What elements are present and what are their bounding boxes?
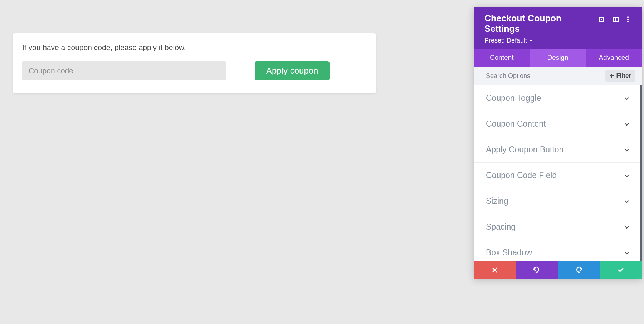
coupon-code-input[interactable]	[22, 61, 226, 80]
coupon-card: If you have a coupon code, please apply …	[13, 33, 376, 93]
svg-point-5	[627, 19, 629, 20]
svg-point-1	[601, 19, 602, 20]
chevron-down-icon	[624, 173, 630, 178]
section-label: Spacing	[486, 222, 516, 232]
chevron-down-icon	[624, 147, 630, 153]
more-menu-icon[interactable]	[627, 16, 633, 23]
chevron-down-icon	[624, 95, 630, 101]
panel-title: Checkout Coupon Settings	[484, 13, 598, 34]
coupon-row: Apply coupon	[22, 61, 367, 80]
section-label: Box Shadow	[486, 248, 532, 257]
undo-icon	[533, 266, 540, 274]
section-label: Apply Coupon Button	[486, 145, 564, 154]
preset-dropdown[interactable]: Preset: Default	[484, 37, 598, 44]
section-sizing[interactable]: Sizing	[474, 188, 640, 214]
coupon-instruction-text: If you have a coupon code, please apply …	[22, 43, 367, 52]
svg-point-4	[627, 16, 629, 18]
chevron-down-icon	[624, 198, 630, 204]
search-options-input[interactable]	[486, 72, 605, 80]
section-coupon-code-field[interactable]: Coupon Code Field	[474, 163, 640, 188]
chevron-down-icon	[624, 224, 630, 230]
panel-header: Checkout Coupon Settings Preset: Default	[474, 7, 642, 49]
undo-button[interactable]	[516, 261, 558, 279]
chevron-down-icon	[624, 250, 630, 256]
section-label: Coupon Content	[486, 119, 546, 129]
close-icon	[492, 267, 498, 273]
section-label: Coupon Toggle	[486, 93, 541, 103]
footer-bar	[474, 261, 642, 279]
tab-content[interactable]: Content	[474, 49, 530, 67]
columns-icon[interactable]	[613, 16, 619, 23]
caret-down-icon	[529, 39, 533, 43]
section-label: Sizing	[486, 196, 508, 206]
section-box-shadow[interactable]: Box Shadow	[474, 240, 640, 261]
tab-advanced[interactable]: Advanced	[586, 49, 642, 67]
settings-panel: Checkout Coupon Settings Preset: Default…	[474, 7, 642, 279]
cancel-button[interactable]	[474, 261, 516, 279]
filter-button[interactable]: Filter	[605, 70, 635, 82]
check-icon	[617, 266, 624, 274]
section-coupon-toggle[interactable]: Coupon Toggle	[474, 85, 640, 111]
tabs: Content Design Advanced	[474, 49, 642, 67]
redo-button[interactable]	[558, 261, 600, 279]
section-label: Coupon Code Field	[486, 171, 557, 180]
expand-icon[interactable]	[598, 16, 605, 23]
apply-coupon-button[interactable]: Apply coupon	[255, 61, 330, 80]
sections-list[interactable]: Coupon Toggle Coupon Content Apply Coupo…	[474, 85, 642, 261]
preset-label: Preset: Default	[484, 37, 527, 44]
tab-design[interactable]: Design	[530, 49, 586, 67]
section-spacing[interactable]: Spacing	[474, 214, 640, 240]
section-apply-coupon-button[interactable]: Apply Coupon Button	[474, 137, 640, 163]
section-coupon-content[interactable]: Coupon Content	[474, 111, 640, 137]
filter-label: Filter	[616, 72, 631, 79]
chevron-down-icon	[624, 121, 630, 127]
plus-icon	[610, 74, 614, 78]
save-button[interactable]	[600, 261, 642, 279]
redo-icon	[575, 266, 582, 274]
search-row: Filter	[474, 67, 642, 85]
svg-point-6	[627, 21, 629, 22]
